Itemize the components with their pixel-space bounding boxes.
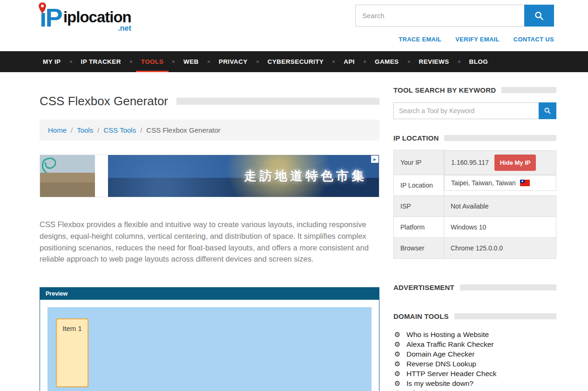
nav-item-cybersecurity[interactable]: CYBERSECURITY [259, 51, 333, 72]
contact-us-link[interactable]: CONTACT US [514, 36, 554, 43]
gear-icon: ⚙ [393, 360, 401, 368]
isp-value: Not Available [444, 196, 556, 217]
ip-row-label: Browser [394, 238, 444, 259]
logo-tld: .net [118, 24, 131, 33]
ad-choices-icon[interactable]: ▶ [371, 155, 378, 163]
domain-tool-link-user-agent[interactable]: What is my User Agent? [406, 389, 484, 391]
gear-icon: ⚙ [393, 379, 401, 388]
header-right: TRACE EMAIL VERIFY EMAIL CONTACT US [355, 5, 554, 51]
domain-tool-link-http-header[interactable]: HTTP Server Header Check [406, 370, 497, 378]
table-row: Your IP 1.160.95.117 Hide My IP [394, 150, 556, 175]
logo-ip-mark: iP [40, 5, 61, 31]
nav-item-privacy[interactable]: PRIVACY [210, 51, 257, 72]
tool-search [393, 102, 556, 119]
ad-banner[interactable]: 走訪地道特色市集 ▶ [40, 155, 379, 197]
advertisement-heading-row: ADVERTISEMENT [393, 283, 556, 291]
domain-tool-link-website-down[interactable]: Is my website down? [406, 379, 473, 388]
table-row: ISP Not Available [394, 196, 556, 217]
ip-location-heading-row: IP LOCATION [393, 134, 556, 142]
preview-flex-item-1: Item 1 [56, 318, 88, 387]
preview-flex-container: Item 1 [47, 307, 372, 391]
nav-item-tools[interactable]: TOOLS [132, 51, 172, 72]
list-item: ⚙ Who is Hosting a Website [393, 330, 556, 339]
nav-item-ip-tracker[interactable]: IP TRACKER [72, 51, 130, 72]
ip-location-heading: IP LOCATION [393, 134, 439, 142]
domain-tool-link-alexa-rank[interactable]: Alexa Traffic Rank Checker [406, 340, 494, 349]
tool-search-heading: TOOL SEARCH BY KEYWORD [393, 86, 496, 94]
domain-tool-link-hosting[interactable]: Who is Hosting a Website [406, 330, 489, 339]
domain-tool-link-reverse-dns[interactable]: Reverse DNS Lookup [406, 360, 476, 368]
sidebar: TOOL SEARCH BY KEYWORD IP LOCATION Your … [393, 86, 556, 391]
tool-description: CSS Flexbox provides a flexible and intu… [40, 219, 379, 265]
ad-squiggle-graphic [40, 155, 95, 197]
gear-icon: ⚙ [393, 370, 401, 378]
breadcrumb-separator [93, 126, 103, 134]
preview-panel-body: Item 1 [40, 300, 379, 391]
ip-location-value: Taipei, Taiwan, Taiwan [451, 179, 516, 187]
table-row: IP Location Taipei, Taiwan, Taiwan [394, 175, 556, 196]
your-ip-value: 1.160.95.117 [451, 159, 489, 166]
gear-icon: ⚙ [393, 350, 401, 358]
table-row: Platform Windows 10 [394, 217, 556, 238]
nav-item-web[interactable]: WEB [175, 51, 208, 72]
nav-item-api[interactable]: API [335, 51, 364, 72]
gear-icon: ⚙ [393, 340, 401, 349]
nav-item-reviews[interactable]: REVIEWS [410, 51, 458, 72]
taiwan-flag-icon [520, 180, 530, 186]
heading-decorative-bar [460, 284, 556, 290]
domain-tool-link-domain-age[interactable]: Domain Age Checker [406, 350, 474, 358]
site-search-button[interactable] [524, 5, 554, 27]
breadcrumb: Home Tools CSS Tools CSS Flexbox Generat… [40, 120, 379, 141]
list-item: ⚙ Is my website down? [393, 378, 556, 388]
search-icon [544, 107, 551, 115]
ip-location-section: IP LOCATION Your IP 1.160.95.117 Hide My… [393, 134, 556, 259]
page-title: CSS Flexbox Generator [40, 94, 168, 108]
list-item: ⚙ HTTP Server Header Check [393, 369, 556, 378]
nav-item-my-ip[interactable]: MY IP [34, 51, 70, 72]
ip-info-table: Your IP 1.160.95.117 Hide My IP IP Locat… [393, 150, 556, 259]
browser-value: Chrome 125.0.0.0 [444, 238, 556, 259]
ip-row-label: IP Location [394, 175, 444, 196]
main-column: CSS Flexbox Generator Home Tools CSS Too… [40, 86, 379, 391]
breadcrumb-separator [136, 126, 146, 134]
gear-icon: ⚙ [393, 330, 401, 339]
site-search [355, 5, 554, 27]
location-pin-icon [38, 2, 47, 14]
list-item: ⚙ Alexa Traffic Rank Checker [393, 339, 556, 349]
logo-name: iplocation [63, 8, 131, 26]
ip-row-label: Your IP [394, 150, 444, 175]
nav-item-games[interactable]: GAMES [366, 51, 408, 72]
main-nav: MY IP IP TRACKER TOOLS WEB PRIVACY CYBER… [0, 51, 588, 72]
search-icon [534, 11, 544, 21]
heading-decorative-bar [444, 135, 556, 141]
domain-tools-heading: DOMAIN TOOLS [393, 312, 449, 320]
ip-row-label: ISP [394, 196, 444, 217]
advertisement-heading: ADVERTISEMENT [393, 283, 454, 291]
tool-search-button[interactable] [539, 102, 556, 119]
page-title-row: CSS Flexbox Generator [40, 94, 379, 108]
breadcrumb-tools[interactable]: Tools [77, 126, 93, 134]
tool-search-heading-row: TOOL SEARCH BY KEYWORD [393, 86, 556, 94]
list-item: ⚙ Domain Age Checker [393, 349, 556, 359]
tool-search-input[interactable] [393, 102, 539, 119]
site-search-input[interactable] [355, 5, 524, 27]
title-decorative-bar [176, 98, 379, 105]
breadcrumb-home[interactable]: Home [48, 126, 67, 134]
list-item: ⚙ Reverse DNS Lookup [393, 359, 556, 369]
table-row: Browser Chrome 125.0.0.0 [394, 238, 556, 259]
verify-email-link[interactable]: VERIFY EMAIL [455, 36, 499, 43]
nav-item-blog[interactable]: BLOG [460, 51, 497, 72]
hide-my-ip-button[interactable]: Hide My IP [494, 155, 536, 171]
gear-icon: ⚙ [393, 389, 401, 391]
breadcrumb-current: CSS Flexbox Generator [146, 126, 220, 134]
list-item: ⚙ What is my User Agent? [393, 388, 556, 391]
domain-tools-list: ⚙ Who is Hosting a Website ⚙ Alexa Traff… [393, 330, 556, 391]
site-logo[interactable]: iP iplocation .net [40, 5, 131, 51]
breadcrumb-css-tools[interactable]: CSS Tools [103, 126, 136, 134]
top-header: iP iplocation .net TRACE EMAIL VERIFY EM… [0, 0, 588, 51]
trace-email-link[interactable]: TRACE EMAIL [399, 36, 441, 43]
heading-decorative-bar [501, 87, 556, 93]
ad-banner-text: 走訪地道特色市集 [244, 168, 367, 184]
header-links: TRACE EMAIL VERIFY EMAIL CONTACT US [399, 36, 554, 43]
content-area: CSS Flexbox Generator Home Tools CSS Too… [0, 72, 588, 391]
